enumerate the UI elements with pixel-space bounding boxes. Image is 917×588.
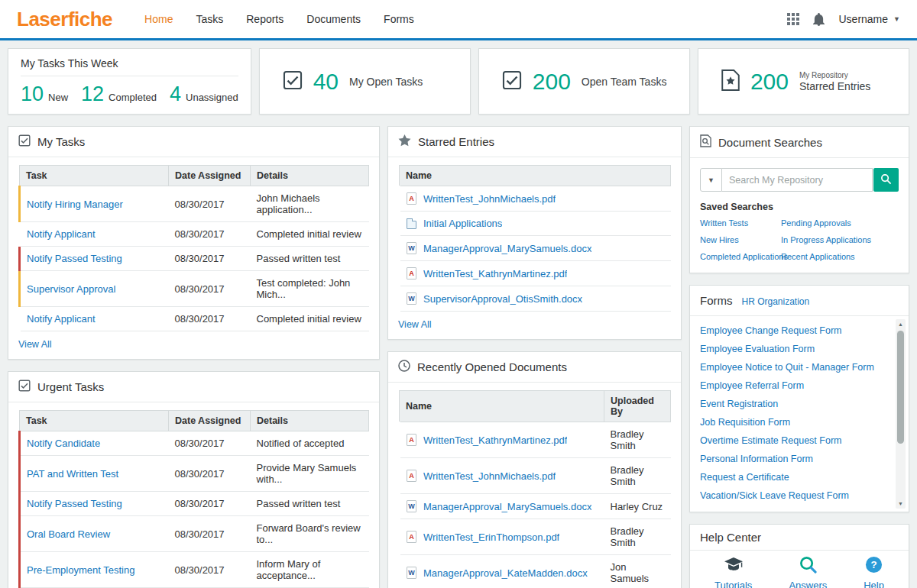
column-header: Uploaded By: [604, 391, 671, 422]
hr-organization-link[interactable]: HR Organization: [742, 296, 810, 307]
starred-document-icon: [721, 69, 740, 93]
stat-label: New: [48, 92, 68, 103]
laserfiche-logo[interactable]: Laserfiche: [17, 8, 112, 31]
document-link[interactable]: WrittenTest_ErinThompson.pdf: [423, 531, 559, 543]
entry-link[interactable]: Initial Applications: [423, 218, 502, 229]
table-row[interactable]: PAT and Written Test 08/30/2017 Provide …: [20, 456, 369, 492]
notifications-bell-icon[interactable]: [813, 13, 825, 26]
scroll-down-icon[interactable]: ▼: [896, 499, 906, 509]
table-row[interactable]: Notify Candidate 08/30/2017 Notified of …: [20, 431, 369, 456]
table-row[interactable]: Pre-Employment Testing 08/30/2017 Inform…: [20, 552, 369, 588]
scrollbar-thumb[interactable]: [897, 331, 904, 444]
saved-search-link[interactable]: Pending Approvals: [781, 218, 899, 228]
table-row[interactable]: Notify Passed Testing 08/30/2017 Passed …: [20, 247, 369, 271]
dashboard-content: My Tasks This Week 10 New 12 Completed 4…: [0, 40, 917, 588]
table-row[interactable]: ManagerApproval_MarySamuels.docx Harley …: [400, 494, 671, 519]
table-row[interactable]: WrittenTest_JohnMichaels.pdf: [400, 186, 671, 212]
check-square-icon: [18, 380, 31, 394]
nav-item-reports[interactable]: Reports: [246, 13, 284, 25]
form-link[interactable]: Employee Notice to Quit - Manager Form: [700, 358, 889, 376]
task-link[interactable]: Notify Passed Testing: [27, 253, 122, 264]
svg-text:?: ?: [871, 559, 877, 570]
table-row[interactable]: Notify Applicant 08/30/2017 Completed in…: [20, 222, 369, 247]
table-row[interactable]: SupervisorApproval_OtisSmith.docx: [400, 286, 671, 312]
open-team-tasks-card[interactable]: 200 Open Team Tasks: [478, 48, 690, 115]
form-link[interactable]: Employee Evaluation Form: [700, 340, 889, 358]
entry-link[interactable]: WrittenTest_JohnMichaels.pdf: [423, 193, 556, 205]
task-link[interactable]: Notify Applicant: [27, 228, 96, 240]
saved-search-link[interactable]: Written Tests: [700, 218, 779, 228]
form-link[interactable]: Employee Referral Form: [700, 376, 889, 395]
saved-search-link[interactable]: New Hires: [700, 235, 779, 244]
user-menu[interactable]: Username ▼: [838, 13, 900, 25]
starred-entries-card[interactable]: 200 My Repository Starred Entries: [698, 48, 909, 115]
saved-search-link[interactable]: Recent Applications: [781, 252, 899, 261]
task-date: 08/30/2017: [169, 552, 251, 588]
table-row[interactable]: ManagerApproval_KateMadden.docx Jon Samu…: [400, 555, 671, 588]
task-link[interactable]: Notify Passed Testing: [27, 498, 122, 509]
document-link[interactable]: WrittenTest_KathrynMartinez.pdf: [423, 435, 567, 446]
table-row[interactable]: Notify Applicant 08/30/2017 Completed in…: [20, 307, 369, 331]
nav-item-tasks[interactable]: Tasks: [196, 13, 223, 25]
form-link[interactable]: Vacation/Sick Leave Request Form: [700, 486, 889, 505]
form-link[interactable]: Personal Information Form: [700, 450, 889, 468]
task-link[interactable]: Notify Hiring Manager: [27, 199, 123, 210]
table-row[interactable]: ManagerApproval_MarySamuels.docx: [400, 236, 671, 261]
task-date: 08/30/2017: [169, 431, 251, 456]
app-grid-icon[interactable]: [787, 13, 799, 25]
nav-item-home[interactable]: Home: [144, 13, 173, 25]
task-date: 08/30/2017: [169, 492, 251, 516]
form-link[interactable]: Event Registration: [700, 395, 889, 413]
chevron-down-icon: ▼: [893, 15, 900, 23]
help-item-tutorials[interactable]: Tutorials: [714, 557, 752, 588]
table-row[interactable]: WrittenTest_KathrynMartinez.pdf: [400, 261, 671, 286]
my-open-tasks-card[interactable]: 40 My Open Tasks: [259, 48, 471, 115]
nav-item-documents[interactable]: Documents: [306, 13, 361, 25]
help-item-help[interactable]: ? Help: [864, 556, 884, 588]
metric-value: 200: [533, 69, 571, 95]
task-link[interactable]: Oral Board Review: [27, 528, 110, 540]
help-item-label: Tutorials: [714, 580, 752, 588]
saved-search-link[interactable]: In Progress Applications: [781, 235, 899, 244]
word-file-icon: [407, 292, 416, 305]
form-link[interactable]: Overtime Estimate Request Form: [700, 431, 889, 450]
search-scope-dropdown[interactable]: ▼: [700, 168, 722, 192]
metric-label-text: Starred Entries: [799, 80, 870, 92]
task-link[interactable]: Supervisor Approval: [27, 283, 115, 295]
scroll-up-icon[interactable]: ▲: [896, 319, 906, 329]
summary-row: My Tasks This Week 10 New 12 Completed 4…: [8, 48, 909, 115]
help-item-answers[interactable]: Answers: [789, 556, 827, 588]
form-link[interactable]: Request a Certificate: [700, 468, 889, 486]
form-link[interactable]: Employee Change Request Form: [700, 321, 889, 340]
entry-link[interactable]: SupervisorApproval_OtisSmith.docx: [423, 293, 582, 305]
task-link[interactable]: Notify Candidate: [27, 438, 100, 449]
search-button[interactable]: [873, 168, 899, 192]
form-link[interactable]: Job Requisition Form: [700, 413, 889, 431]
column-header: Date Assigned: [169, 166, 251, 186]
table-row[interactable]: Notify Passed Testing 08/30/2017 Passed …: [20, 492, 369, 516]
forms-list: Employee Change Request Form Employee Ev…: [690, 316, 909, 512]
table-row[interactable]: WrittenTest_JohnMichaels.pdf Bradley Smi…: [400, 458, 671, 494]
document-link[interactable]: ManagerApproval_KateMadden.docx: [423, 567, 588, 579]
table-row[interactable]: Initial Applications: [400, 212, 671, 236]
forms-scrollbar[interactable]: ▲ ▼: [896, 319, 906, 509]
document-link[interactable]: WrittenTest_JohnMichaels.pdf: [423, 470, 556, 482]
table-row[interactable]: Supervisor Approval 08/30/2017 Test comp…: [20, 271, 369, 307]
document-link[interactable]: ManagerApproval_MarySamuels.docx: [423, 501, 591, 512]
entry-link[interactable]: ManagerApproval_MarySamuels.docx: [423, 243, 591, 254]
table-row[interactable]: WrittenTest_KathrynMartinez.pdf Bradley …: [400, 422, 671, 458]
task-link[interactable]: PAT and Written Test: [27, 468, 118, 480]
table-row[interactable]: WrittenTest_ErinThompson.pdf Bradley Smi…: [400, 519, 671, 555]
task-link[interactable]: Pre-Employment Testing: [27, 564, 134, 576]
entry-link[interactable]: WrittenTest_KathrynMartinez.pdf: [423, 268, 567, 279]
view-all-link[interactable]: View All: [398, 319, 432, 330]
search-input[interactable]: [722, 168, 873, 192]
stat-unassigned: 4 Unassigned: [170, 82, 238, 106]
nav-item-forms[interactable]: Forms: [384, 13, 414, 25]
saved-search-link[interactable]: Completed Applications: [700, 252, 779, 261]
table-row[interactable]: Oral Board Review 08/30/2017 Forward Boa…: [20, 516, 369, 552]
panel-title: Forms: [700, 294, 733, 307]
view-all-link[interactable]: View All: [18, 339, 52, 350]
table-row[interactable]: Notify Hiring Manager 08/30/2017 John Mi…: [20, 186, 369, 222]
task-link[interactable]: Notify Applicant: [27, 313, 96, 325]
